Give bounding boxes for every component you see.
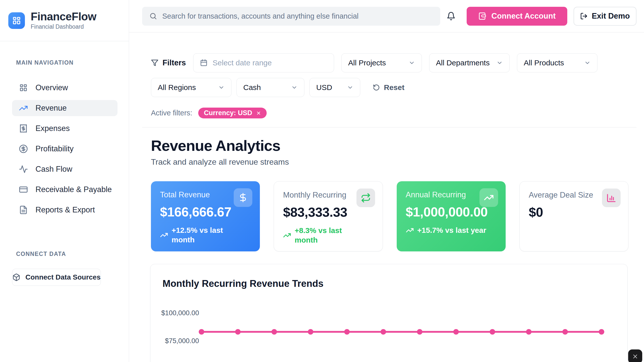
- currency-dropdown[interactable]: USD: [309, 78, 360, 97]
- trending-up-icon: [479, 188, 498, 207]
- chart-point[interactable]: [417, 329, 422, 335]
- receipt-icon: [19, 124, 28, 133]
- accounting-basis-dropdown-value: Cash: [243, 83, 261, 92]
- global-search[interactable]: [142, 7, 440, 26]
- metric-card-average-deal-size: Average Deal Size $0: [519, 181, 628, 251]
- mrr-line-chart: [150, 264, 628, 362]
- sidebar-item-cash-flow[interactable]: Cash Flow: [12, 161, 117, 177]
- sidebar-item-label: Receivable & Payable: [35, 185, 112, 194]
- metric-card-monthly-recurring: Monthly Recurring $83,333.33 +8.3% vs la…: [274, 181, 383, 251]
- chart-point[interactable]: [599, 329, 604, 335]
- chart-point[interactable]: [344, 329, 350, 335]
- exit-demo-label: Exit Demo: [592, 12, 630, 21]
- main-navigation: Overview Revenue Expenses Profitability …: [0, 80, 129, 218]
- chart-point[interactable]: [235, 329, 241, 335]
- dashboard-grid-icon: [19, 83, 28, 92]
- currency-dropdown-value: USD: [316, 83, 332, 92]
- dashboard-grid-icon: [12, 16, 21, 25]
- connect-account-label: Connect Account: [491, 12, 555, 21]
- trending-up-icon: [19, 104, 28, 113]
- chip-label: Currency: USD: [204, 109, 252, 117]
- metric-change: +12.5% vs last month: [160, 225, 235, 244]
- filters-bar: Filters All Projects All Departments All…: [129, 32, 644, 118]
- activity-icon: [19, 165, 28, 174]
- departments-dropdown[interactable]: All Departments: [429, 53, 510, 72]
- chevron-down-icon: [584, 60, 591, 66]
- date-range-field[interactable]: [213, 59, 327, 67]
- app-name: FinanceFlow: [31, 11, 96, 22]
- connect-data-label: CONNECT DATA: [16, 251, 129, 257]
- sidebar-item-label: Expenses: [35, 124, 70, 133]
- regions-dropdown[interactable]: All Regions: [151, 78, 231, 97]
- app-tagline: Financial Dashboard: [31, 23, 96, 30]
- page-subtitle: Track and analyze all revenue streams: [151, 157, 644, 167]
- search-icon: [149, 12, 157, 20]
- bell-icon: [447, 12, 456, 21]
- exit-demo-button[interactable]: Exit Demo: [574, 7, 636, 26]
- chart-point[interactable]: [381, 329, 386, 335]
- section-divider: [142, 127, 636, 127]
- date-range-input[interactable]: [193, 53, 334, 72]
- credit-card-icon: [19, 185, 28, 194]
- projects-dropdown[interactable]: All Projects: [341, 53, 422, 72]
- sidebar-item-reports-export[interactable]: Reports & Export: [12, 202, 117, 218]
- filters-title: Filters: [151, 58, 186, 67]
- chart-point[interactable]: [308, 329, 313, 335]
- chart-point[interactable]: [271, 329, 277, 335]
- repeat-icon: [356, 189, 375, 207]
- chart-point[interactable]: [199, 329, 204, 335]
- departments-dropdown-value: All Departments: [436, 59, 490, 67]
- app-logo: FinanceFlow Financial Dashboard: [0, 0, 129, 41]
- sidebar: FinanceFlow Financial Dashboard MAIN NAV…: [0, 0, 129, 362]
- metric-card-annual-recurring: Annual Recurring $1,000,000.00 +15.7% vs…: [397, 181, 506, 251]
- trending-up-icon: [406, 226, 414, 234]
- connect-account-button[interactable]: Connect Account: [467, 7, 567, 26]
- main-content: Filters All Projects All Departments All…: [129, 32, 644, 362]
- trending-up-icon: [283, 231, 291, 239]
- chevron-down-icon: [496, 60, 503, 66]
- reset-filters-button[interactable]: Reset: [373, 83, 405, 92]
- chart-point[interactable]: [490, 329, 495, 335]
- chart-point[interactable]: [562, 329, 568, 335]
- main-navigation-label: MAIN NAVIGATION: [16, 59, 129, 66]
- chart-point[interactable]: [453, 329, 459, 335]
- active-filter-chip-currency[interactable]: Currency: USD: [198, 108, 267, 118]
- close-icon: [632, 353, 638, 360]
- topbar: Connect Account Exit Demo: [129, 0, 644, 32]
- sidebar-item-label: Revenue: [35, 104, 67, 113]
- calendar-icon: [200, 59, 208, 67]
- sidebar-item-label: Cash Flow: [35, 165, 72, 174]
- sidebar-item-receivable-payable[interactable]: Receivable & Payable: [12, 182, 117, 198]
- metric-change-text: +8.3% vs last month: [295, 226, 358, 245]
- log-out-icon: [580, 12, 588, 20]
- products-dropdown[interactable]: All Products: [517, 53, 597, 72]
- mrr-trends-card: Monthly Recurring Revenue Trends $100,00…: [150, 264, 628, 362]
- active-filters-row: Active filters: Currency: USD: [151, 108, 644, 118]
- floating-close-button[interactable]: [628, 349, 642, 362]
- circle-dollar-icon: [19, 144, 28, 153]
- sidebar-item-revenue[interactable]: Revenue: [12, 100, 117, 116]
- trending-up-icon: [160, 231, 168, 239]
- metric-card-total-revenue: Total Revenue $166,666.67 +12.5% vs last…: [151, 181, 260, 251]
- file-text-icon: [19, 205, 28, 214]
- wallet-icon: [478, 12, 487, 20]
- chevron-down-icon: [291, 84, 298, 91]
- close-icon[interactable]: [256, 111, 261, 116]
- accounting-basis-dropdown[interactable]: Cash: [236, 78, 304, 97]
- metric-change-text: +12.5% vs last month: [172, 225, 235, 244]
- connect-data-sources-label: Connect Data Sources: [25, 273, 101, 281]
- chevron-down-icon: [218, 84, 225, 91]
- sidebar-item-expenses[interactable]: Expenses: [12, 120, 117, 137]
- connect-data-sources-button[interactable]: Connect Data Sources: [12, 269, 101, 286]
- metric-change-text: +15.7% vs last year: [417, 225, 486, 235]
- chart-point[interactable]: [526, 329, 532, 335]
- active-filters-label: Active filters:: [151, 109, 192, 117]
- sidebar-item-label: Profitability: [35, 144, 74, 153]
- sidebar-item-profitability[interactable]: Profitability: [12, 141, 117, 157]
- notifications-button[interactable]: [446, 11, 456, 21]
- search-input[interactable]: [162, 12, 433, 20]
- sidebar-item-overview[interactable]: Overview: [12, 80, 117, 96]
- app-logo-icon: [8, 12, 25, 29]
- metric-cards: Total Revenue $166,666.67 +12.5% vs last…: [151, 181, 628, 251]
- bar-chart-icon: [602, 189, 621, 207]
